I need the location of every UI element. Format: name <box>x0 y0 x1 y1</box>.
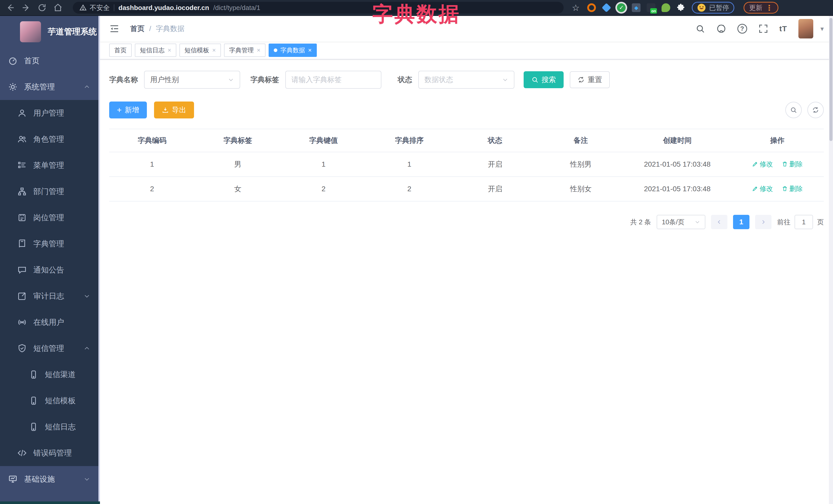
refresh-table-button[interactable] <box>807 102 824 118</box>
tab-sms-template[interactable]: 短信模板 × <box>180 44 221 57</box>
address-bar[interactable]: 不安全 dashboard.yudao.iocoder.cn/dict/type… <box>73 2 564 14</box>
sidebar-item-sms-management[interactable]: 短信管理 <box>0 335 100 361</box>
current-page[interactable]: 1 <box>733 215 749 229</box>
breadcrumb-separator: / <box>149 25 151 33</box>
col-header: 字典编码 <box>109 129 195 152</box>
sidebar-item-audit-log[interactable]: 审计日志 <box>0 283 100 309</box>
sidebar-item-dict-management[interactable]: 字典管理 <box>0 231 100 257</box>
status-select[interactable]: 数据状态 <box>418 71 515 89</box>
col-header: 操作 <box>731 129 824 152</box>
prev-page-button[interactable] <box>711 215 728 229</box>
chevron-down-icon <box>84 476 90 482</box>
dashboard-icon <box>8 56 18 65</box>
cell-status: 开启 <box>452 152 538 177</box>
edit-pencil-icon <box>752 186 758 192</box>
search-button[interactable]: 搜索 <box>524 71 564 88</box>
tab-dict-data[interactable]: 字典数据 × <box>269 44 317 57</box>
chevron-down-icon <box>84 293 90 299</box>
browser-back-icon[interactable] <box>6 3 15 12</box>
collapse-sidebar-icon[interactable] <box>109 24 119 34</box>
download-icon <box>162 106 169 114</box>
security-warning[interactable]: 不安全 <box>79 3 110 12</box>
bookmark-star-icon[interactable]: ☆ <box>572 3 579 13</box>
chevron-down-icon <box>228 77 234 83</box>
close-icon[interactable]: × <box>212 47 216 54</box>
extension-icon[interactable]: ◆ <box>632 3 641 12</box>
app-logo-row[interactable]: 芋道管理系统 <box>0 16 100 48</box>
dict-data-table: 字典编码 字典标签 字典键值 字典排序 状态 备注 创建时间 操作 1 男 1 <box>109 129 824 201</box>
sidebar-item-infrastructure[interactable]: 基础设施 <box>0 466 100 492</box>
chevron-up-icon <box>84 345 90 352</box>
status-label: 状态 <box>398 75 412 85</box>
extension-icon[interactable] <box>602 3 611 12</box>
close-icon[interactable]: × <box>308 47 312 54</box>
browser-menu-icon[interactable]: ⋮ <box>765 3 773 12</box>
fullscreen-icon[interactable] <box>758 24 768 33</box>
edit-link[interactable]: 修改 <box>752 184 773 193</box>
page-size-select[interactable]: 10条/页 <box>657 215 705 229</box>
github-icon[interactable] <box>716 24 726 33</box>
goto-page-input[interactable] <box>794 215 813 229</box>
sidebar-item-menu-management[interactable]: 菜单管理 <box>0 152 100 178</box>
close-icon[interactable]: × <box>257 47 260 54</box>
close-icon[interactable]: × <box>168 47 171 54</box>
show-search-button[interactable] <box>785 102 802 118</box>
chevron-right-icon <box>760 219 766 225</box>
browser-reload-icon[interactable] <box>38 3 47 12</box>
cell-actions: 修改 删除 <box>731 152 824 177</box>
add-button[interactable]: + 新增 <box>109 101 147 118</box>
sidebar-item-user-management[interactable]: 用户管理 <box>0 100 100 126</box>
sidebar-item-sms-channel[interactable]: 短信渠道 <box>0 361 100 388</box>
sidebar-item-online-users[interactable]: 在线用户 <box>0 309 100 335</box>
table-row: 2 女 2 2 开启 性别女 2021-01-05 17:03:48 修改 <box>109 177 824 201</box>
goto-label: 前往 <box>777 218 790 226</box>
page-scrollbar[interactable] <box>829 16 833 504</box>
browser-home-icon[interactable] <box>53 3 63 12</box>
sidebar-item-home[interactable]: 首页 <box>0 48 100 74</box>
url-path: /dict/type/data/1 <box>213 4 260 12</box>
sidebar-item-system-management[interactable]: 系统管理 <box>0 74 100 100</box>
sidebar-item-department-management[interactable]: 部门管理 <box>0 178 100 205</box>
browser-forward-icon[interactable] <box>22 3 31 12</box>
dict-name-select[interactable]: 用户性别 <box>144 71 240 89</box>
breadcrumb-home[interactable]: 首页 <box>130 24 145 33</box>
sidebar-item-sms-template[interactable]: 短信模板 <box>0 388 100 414</box>
extension-icon[interactable] <box>587 3 596 12</box>
search-icon[interactable] <box>695 24 705 33</box>
sidebar-item-post-management[interactable]: 岗位管理 <box>0 205 100 231</box>
sidebar-item-role-management[interactable]: 角色管理 <box>0 126 100 152</box>
emoji-face-icon <box>697 3 706 12</box>
reset-button[interactable]: 重置 <box>570 71 610 88</box>
profile-paused-chip[interactable]: 已暂停 <box>692 2 734 14</box>
menu-list-icon <box>18 161 27 170</box>
sidebar-item-sms-log[interactable]: 短信日志 <box>0 414 100 440</box>
dict-label-field[interactable] <box>291 76 375 84</box>
next-page-button[interactable] <box>755 215 771 229</box>
scrollbar-thumb[interactable] <box>829 18 832 141</box>
tab-dict-management[interactable]: 字典管理 × <box>224 44 265 57</box>
extensions-puzzle-icon[interactable] <box>676 3 685 12</box>
user-icon <box>18 109 27 118</box>
user-avatar[interactable] <box>799 19 813 39</box>
help-icon[interactable]: ? <box>737 24 747 33</box>
font-size-icon[interactable]: tT <box>780 24 787 33</box>
delete-link[interactable]: 删除 <box>782 160 803 169</box>
tab-sms-log[interactable]: 短信日志 × <box>135 44 176 57</box>
dict-label-input[interactable] <box>285 71 381 89</box>
sidebar-item-error-code[interactable]: 错误码管理 <box>0 440 100 466</box>
extension-icon[interactable] <box>662 3 670 12</box>
chevron-down-icon <box>502 77 508 83</box>
chevron-down-icon[interactable]: ▾ <box>820 25 824 33</box>
edit-link[interactable]: 修改 <box>752 160 773 169</box>
tab-home[interactable]: 首页 <box>109 44 132 57</box>
extension-icon[interactable]: on <box>647 3 656 12</box>
warning-triangle-icon <box>79 4 87 11</box>
export-button[interactable]: 导出 <box>154 101 194 118</box>
paused-label: 已暂停 <box>709 3 729 12</box>
col-header: 创建时间 <box>624 129 731 152</box>
delete-link[interactable]: 删除 <box>782 184 803 193</box>
browser-update-button[interactable]: 更新 ⋮ <box>743 2 779 14</box>
cell-value: 2 <box>281 177 366 201</box>
extension-icon[interactable]: ✓ <box>617 3 626 12</box>
sidebar-item-notice[interactable]: 通知公告 <box>0 257 100 283</box>
